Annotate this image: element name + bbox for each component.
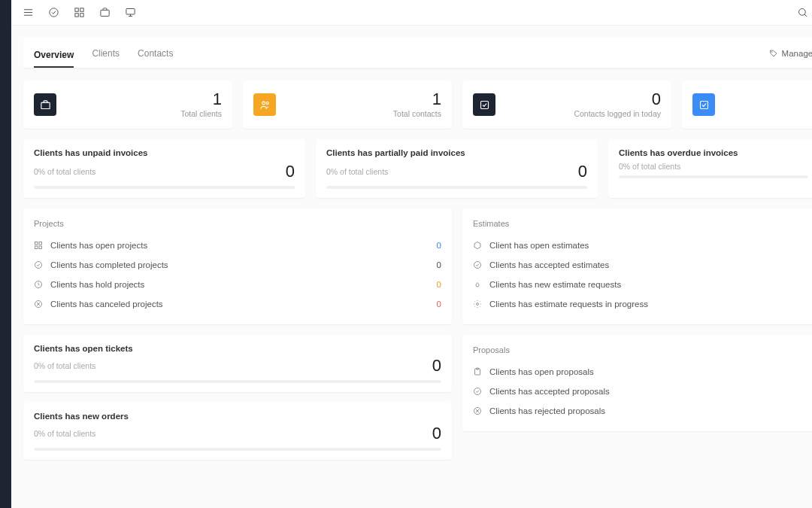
panel-title: Projects xyxy=(34,219,441,228)
panel-title: Estimates xyxy=(473,219,812,228)
card-title: Clients has overdue invoices xyxy=(619,148,808,157)
manage-labels-label: Manage labels xyxy=(782,49,812,58)
svg-point-37 xyxy=(477,303,479,306)
invoice-overdue: Clients has overdue invoices 0% of total… xyxy=(608,139,812,198)
progress-bar xyxy=(326,186,587,189)
stat-label: Contacts logged in today xyxy=(574,109,661,118)
check-square-icon xyxy=(692,93,715,116)
panel-title: Proposals xyxy=(473,345,812,354)
grid-icon[interactable] xyxy=(73,7,85,19)
briefcase-icon[interactable] xyxy=(98,7,111,19)
svg-rect-7 xyxy=(80,14,83,17)
tickets-panel: Clients has open tickets 0% of total cli… xyxy=(23,335,452,392)
svg-rect-22 xyxy=(41,102,49,108)
svg-rect-5 xyxy=(80,8,83,11)
svg-rect-9 xyxy=(126,9,134,15)
tab-clients[interactable]: Clients xyxy=(92,45,120,62)
card-title: Clients has partially paid invoices xyxy=(326,148,587,157)
stat-value: 1 xyxy=(393,91,441,108)
tab-card: Overview Clients Contacts Manage labels … xyxy=(23,38,812,68)
stat-logged-in: 0Contacts logged in today xyxy=(462,81,671,129)
card-title: Clients has unpaid invoices xyxy=(34,148,295,157)
estimate-accepted[interactable]: Clients has accepted estimates xyxy=(473,255,812,275)
svg-rect-27 xyxy=(35,242,38,245)
tab-overview[interactable]: Overview xyxy=(34,47,74,68)
progress-bar xyxy=(34,186,295,189)
briefcase-icon xyxy=(34,93,56,116)
manage-labels-button[interactable]: Manage labels xyxy=(769,49,812,58)
project-hold[interactable]: Clients has hold projects0 xyxy=(34,275,441,294)
stat-value: 0 xyxy=(574,91,661,108)
projects-panel: Projects Clients has open projects0 Clie… xyxy=(23,208,452,324)
stat-value: 1 xyxy=(180,91,222,108)
topbar xyxy=(11,0,812,26)
check-square-icon xyxy=(473,93,495,116)
svg-line-13 xyxy=(804,14,807,17)
svg-point-3 xyxy=(49,8,57,17)
svg-point-23 xyxy=(262,102,265,105)
stat-total-contacts: 1Total contacts xyxy=(243,81,452,129)
svg-point-31 xyxy=(35,262,42,269)
svg-rect-26 xyxy=(700,101,707,108)
proposal-accepted[interactable]: Clients has accepted proposals xyxy=(473,382,812,401)
estimate-new[interactable]: Clients has new estimate requests xyxy=(473,275,812,294)
invoice-partial: Clients has partially paid invoices 0% o… xyxy=(316,139,598,198)
users-icon xyxy=(253,93,276,116)
estimate-progress[interactable]: Clients has estimate requests in progres… xyxy=(473,294,812,314)
monitor-icon[interactable] xyxy=(124,7,136,19)
svg-rect-4 xyxy=(74,8,77,11)
project-open[interactable]: Clients has open projects0 xyxy=(34,236,441,255)
svg-rect-30 xyxy=(39,246,42,249)
proposals-panel: Proposals Clients has open proposals Cli… xyxy=(462,335,812,431)
svg-point-24 xyxy=(266,102,268,104)
svg-point-12 xyxy=(798,9,805,16)
card-pct: 0% of total clients xyxy=(326,167,388,176)
invoice-unpaid: Clients has unpaid invoices 0% of total … xyxy=(23,139,305,198)
project-canceled[interactable]: Clients has canceled projects0 xyxy=(34,294,441,314)
card-value: 0 xyxy=(286,162,295,181)
svg-rect-6 xyxy=(74,14,77,17)
panel-title: Clients has new orders xyxy=(34,412,441,421)
card-value: 0 xyxy=(578,162,587,181)
stat-total-clients: 1Total clients xyxy=(23,81,232,129)
search-icon[interactable] xyxy=(796,7,808,19)
orders-panel: Clients has new orders 0% of total clien… xyxy=(23,403,452,460)
svg-rect-25 xyxy=(480,101,488,108)
stat-partial: Co xyxy=(682,81,812,129)
svg-rect-28 xyxy=(39,242,42,245)
stat-label: Total contacts xyxy=(393,109,441,118)
svg-point-40 xyxy=(474,388,481,395)
proposal-rejected[interactable]: Clients has rejected proposals xyxy=(473,401,812,421)
project-completed[interactable]: Clients has completed projects0 xyxy=(34,255,441,275)
svg-point-36 xyxy=(474,262,481,269)
estimates-panel: Estimates Client has open estimates Clie… xyxy=(462,208,812,324)
stat-label: Total clients xyxy=(180,109,222,118)
estimate-open[interactable]: Client has open estimates xyxy=(473,236,812,255)
tab-contacts[interactable]: Contacts xyxy=(138,45,173,62)
svg-point-20 xyxy=(771,52,772,53)
svg-rect-29 xyxy=(35,246,38,249)
sidebar-collapsed xyxy=(0,0,11,508)
progress-bar xyxy=(34,380,441,383)
svg-rect-8 xyxy=(100,10,108,16)
check-circle-icon[interactable] xyxy=(47,7,59,19)
card-pct: 0% of total clients xyxy=(34,167,95,176)
proposal-open[interactable]: Clients has open proposals xyxy=(473,362,812,382)
panel-title: Clients has open tickets xyxy=(34,344,441,353)
progress-bar xyxy=(34,448,441,451)
progress-bar xyxy=(619,175,808,178)
card-pct: 0% of total clients xyxy=(619,162,680,171)
menu-icon[interactable] xyxy=(22,7,34,19)
